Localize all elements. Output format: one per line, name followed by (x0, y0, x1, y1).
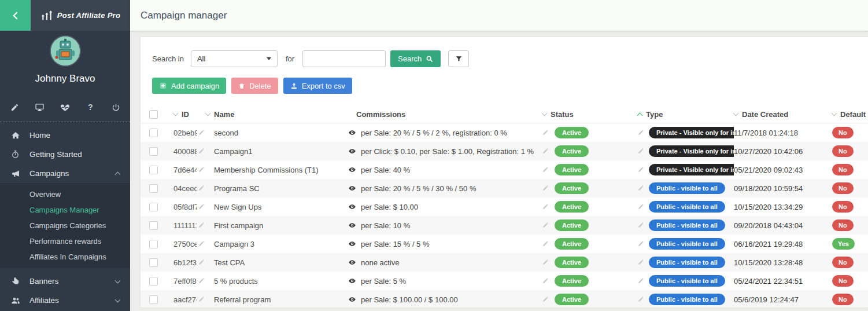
edit-pencil-icon[interactable] (638, 296, 645, 303)
default-badge[interactable]: No (832, 257, 854, 268)
campaign-name[interactable]: Referral program (206, 295, 348, 304)
column-header-id[interactable]: ID (173, 110, 206, 119)
status-badge[interactable]: Active (555, 182, 589, 194)
column-header-commissions[interactable]: Commissions (348, 110, 542, 119)
type-badge[interactable]: Public - visible to all (649, 238, 725, 250)
campaign-name[interactable]: Membership Commissions (T1) (206, 166, 348, 174)
eye-icon[interactable] (348, 129, 356, 137)
eye-icon[interactable] (348, 221, 356, 229)
edit-pencil-icon[interactable] (638, 277, 645, 284)
eye-icon[interactable] (348, 166, 356, 174)
edit-pencil-icon[interactable] (542, 129, 549, 136)
row-checkbox[interactable] (149, 166, 158, 174)
edit-pencil-icon[interactable] (198, 166, 205, 173)
avatar[interactable] (50, 35, 81, 67)
sidebar-item-campaigns[interactable]: Campaigns (0, 164, 130, 183)
column-header-type[interactable]: Type (638, 110, 734, 119)
campaign-name[interactable]: Campaign 3 (206, 240, 348, 248)
sidebar-item-getting-started[interactable]: Getting Started (0, 145, 130, 164)
campaign-name[interactable]: First campaign (206, 221, 348, 230)
column-header-status[interactable]: Status (542, 110, 638, 119)
status-badge[interactable]: Active (555, 164, 589, 175)
default-badge[interactable]: Yes (832, 238, 855, 250)
type-badge[interactable]: Private - Visible only for invited (649, 127, 734, 138)
default-badge[interactable]: No (832, 294, 854, 305)
edit-pencil-icon[interactable] (542, 240, 549, 247)
edit-pencil-icon[interactable] (198, 259, 205, 266)
edit-pencil-icon[interactable] (638, 259, 645, 266)
type-badge[interactable]: Public - visible to all (649, 201, 725, 213)
eye-icon[interactable] (348, 147, 356, 155)
edit-pencil-icon[interactable] (198, 129, 205, 136)
campaign-name[interactable]: Test CPA (206, 258, 348, 267)
status-badge[interactable]: Active (555, 127, 589, 138)
edit-pencil-icon[interactable] (542, 222, 549, 229)
status-badge[interactable]: Active (555, 201, 589, 213)
edit-pencil-icon[interactable] (542, 259, 549, 266)
sidebar-subitem-performance-rewards[interactable]: Performance rewards (0, 233, 130, 249)
sidebar-subitem-campaigns-manager[interactable]: Campaigns Manager (0, 202, 130, 218)
add-campaign-button[interactable]: Add campaign (152, 78, 226, 94)
eye-icon[interactable] (348, 258, 356, 266)
eye-icon[interactable] (348, 295, 356, 303)
search-scope-select[interactable]: All (191, 50, 278, 67)
edit-pencil-icon[interactable] (638, 222, 645, 229)
edit-pencil-icon[interactable] (542, 296, 549, 303)
eye-icon[interactable] (348, 240, 356, 248)
edit-pencil-icon[interactable] (198, 185, 205, 192)
campaign-name[interactable]: Campaign1 (206, 147, 348, 156)
eye-icon[interactable] (348, 203, 356, 211)
column-header-name[interactable]: Name (206, 110, 348, 119)
brand-logo[interactable]: Post Affiliate Pro (31, 0, 130, 31)
eye-icon[interactable] (348, 184, 356, 192)
status-badge[interactable]: Active (555, 257, 589, 268)
row-checkbox[interactable] (149, 277, 158, 286)
edit-pencil-icon[interactable] (198, 240, 205, 247)
power-icon[interactable] (110, 102, 121, 112)
edit-pencil-icon[interactable] (638, 148, 645, 155)
sidebar-subitem-overview[interactable]: Overview (0, 186, 130, 202)
search-button[interactable]: Search (390, 50, 441, 67)
edit-pencil-icon[interactable] (198, 148, 205, 155)
type-badge[interactable]: Private - Visible only for invited (649, 164, 734, 175)
edit-pencil-icon[interactable] (638, 166, 645, 173)
status-badge[interactable]: Active (555, 145, 589, 157)
row-checkbox[interactable] (149, 295, 158, 304)
type-badge[interactable]: Public - visible to all (649, 275, 725, 287)
monitor-icon[interactable] (35, 102, 45, 112)
search-input[interactable] (302, 50, 386, 67)
default-badge[interactable]: No (832, 127, 854, 138)
status-badge[interactable]: Active (555, 275, 589, 287)
column-header-date-created[interactable]: Date Created (734, 110, 832, 119)
pencil-icon[interactable] (9, 102, 20, 112)
campaign-name[interactable]: New Sign Ups (206, 203, 348, 211)
edit-pencil-icon[interactable] (638, 129, 645, 136)
status-badge[interactable]: Active (555, 219, 589, 231)
edit-pencil-icon[interactable] (542, 203, 549, 210)
default-badge[interactable]: No (832, 145, 854, 157)
eye-icon[interactable] (348, 277, 356, 285)
row-checkbox[interactable] (149, 258, 158, 267)
status-badge[interactable]: Active (555, 238, 589, 250)
default-badge[interactable]: No (832, 182, 854, 194)
edit-pencil-icon[interactable] (198, 203, 205, 210)
sidebar-item-banners[interactable]: Banners (0, 272, 130, 291)
column-header-default[interactable]: Default (832, 110, 868, 119)
row-checkbox[interactable] (149, 203, 158, 211)
edit-pencil-icon[interactable] (198, 222, 205, 229)
edit-pencil-icon[interactable] (638, 203, 645, 210)
status-badge[interactable]: Active (555, 294, 589, 305)
sidebar-item-affiliates[interactable]: Affiliates (0, 291, 130, 310)
edit-pencil-icon[interactable] (542, 185, 549, 192)
type-badge[interactable]: Public - visible to all (649, 182, 725, 194)
filter-button[interactable] (448, 50, 469, 67)
edit-pencil-icon[interactable] (198, 296, 205, 303)
sidebar-item-home[interactable]: Home (0, 126, 130, 145)
help-icon[interactable]: ? (85, 102, 95, 112)
row-checkbox[interactable] (149, 147, 158, 156)
edit-pencil-icon[interactable] (638, 185, 645, 192)
type-badge[interactable]: Public - visible to all (649, 294, 725, 305)
edit-pencil-icon[interactable] (542, 148, 549, 155)
edit-pencil-icon[interactable] (542, 166, 549, 173)
row-checkbox[interactable] (149, 221, 158, 230)
